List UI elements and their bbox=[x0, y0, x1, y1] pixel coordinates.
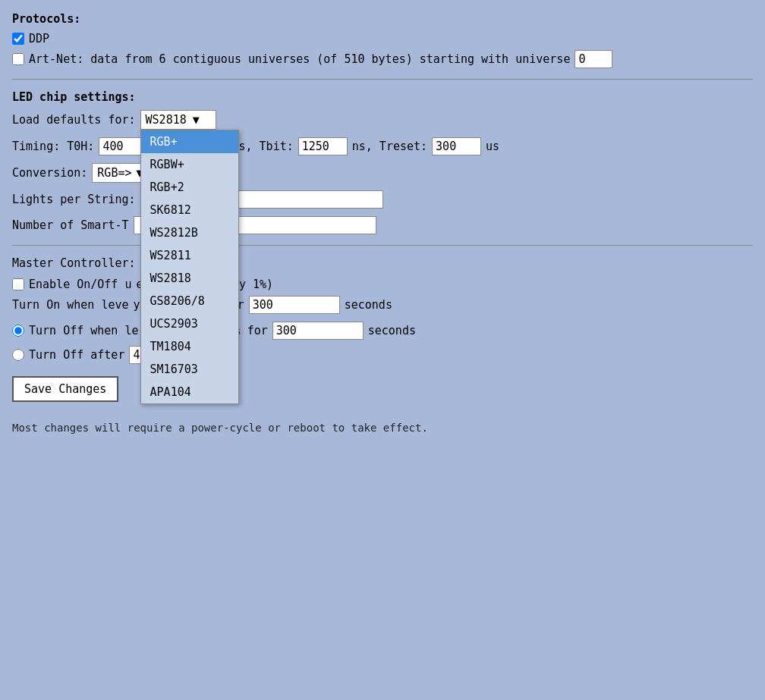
chip-option-ws2818[interactable]: WS2818 bbox=[141, 267, 238, 290]
timing-label: Timing: T0H: bbox=[12, 140, 94, 153]
load-defaults-dropdown-container: WS2818 ▼ RGB+ RGBW+ RGB+2 SK6812 WS2812B… bbox=[140, 110, 216, 130]
conversion-label: Conversion: bbox=[12, 166, 87, 180]
divider-2 bbox=[12, 245, 753, 246]
turn-off-after-radio[interactable] bbox=[12, 349, 24, 361]
turn-off-after-row: Turn Off after nutes bbox=[12, 346, 753, 364]
enable-onoff-label: Enable On/Off u bbox=[29, 278, 131, 291]
enable-onoff-row: Enable On/Off u ensor (currently 1%) bbox=[12, 278, 753, 291]
artnet-row: Art-Net: data from 6 contiguous universe… bbox=[12, 50, 753, 68]
master-controller-label: Master Controller: bbox=[12, 256, 136, 270]
load-defaults-label: Load defaults for: bbox=[12, 113, 136, 127]
chip-option-ws2811[interactable]: WS2811 bbox=[141, 244, 238, 267]
treset-unit: us bbox=[486, 140, 499, 153]
turn-off-radio[interactable] bbox=[12, 325, 24, 337]
turn-off-sec-input[interactable] bbox=[272, 322, 364, 340]
ddp-row: DDP bbox=[12, 32, 753, 46]
turn-on-sec-input[interactable] bbox=[249, 296, 340, 314]
turn-off-after-prefix: Turn Off after bbox=[29, 348, 124, 362]
divider-1 bbox=[12, 79, 753, 80]
turn-on-sec-label: seconds bbox=[345, 298, 392, 312]
chip-option-apa104[interactable]: APA104 bbox=[141, 381, 238, 403]
save-changes-button[interactable]: Save Changes bbox=[12, 376, 118, 402]
footer-note: Most changes will require a power-cycle … bbox=[12, 422, 753, 434]
num-smart-t-label: Number of Smart-T bbox=[12, 218, 129, 232]
treset-input[interactable] bbox=[432, 137, 481, 155]
turn-off-sec-label: seconds bbox=[368, 324, 416, 337]
chip-dropdown-menu: RGB+ RGBW+ RGB+2 SK6812 WS2812B WS2811 W… bbox=[140, 130, 239, 404]
artnet-label: Art-Net: data from 6 contiguous universe… bbox=[29, 52, 570, 66]
selected-chip-label: WS2818 bbox=[146, 113, 187, 127]
tbit-label: ns, Tbit: bbox=[231, 140, 293, 153]
turn-off-radio-row: Turn Off when le ove % for seconds bbox=[12, 322, 753, 340]
chip-option-ws2812b[interactable]: WS2812B bbox=[141, 221, 238, 244]
chip-option-rgb-plus[interactable]: RGB+ bbox=[141, 130, 238, 153]
num-smart-t-row: Number of Smart-T bbox=[12, 216, 753, 234]
turn-on-label: Turn On when leve bbox=[12, 298, 129, 312]
ddp-label: DDP bbox=[29, 32, 49, 46]
chip-option-ucs2903[interactable]: UCS2903 bbox=[141, 312, 238, 335]
led-chip-section: LED chip settings: Load defaults for: WS… bbox=[12, 90, 753, 234]
led-chip-label: LED chip settings: bbox=[12, 90, 753, 104]
universe-input[interactable] bbox=[575, 50, 612, 68]
conversion-selected: RGB=> bbox=[97, 166, 131, 180]
turn-off-label: Turn Off when le bbox=[29, 324, 139, 337]
protocols-label: Protocols: bbox=[12, 12, 753, 26]
chip-option-rgbw-plus[interactable]: RGBW+ bbox=[141, 153, 238, 176]
dropdown-arrow-icon: ▼ bbox=[193, 113, 200, 127]
ddp-checkbox[interactable] bbox=[12, 33, 24, 45]
load-defaults-row: Load defaults for: WS2818 ▼ RGB+ RGBW+ R… bbox=[12, 110, 753, 130]
enable-onoff-checkbox[interactable] bbox=[12, 278, 24, 290]
chip-option-tm1804[interactable]: TM1804 bbox=[141, 335, 238, 358]
load-defaults-select[interactable]: WS2818 ▼ bbox=[140, 110, 216, 130]
chip-option-sk6812[interactable]: SK6812 bbox=[141, 199, 238, 221]
lights-per-string-row: Lights per String: bbox=[12, 190, 753, 209]
tbit-input[interactable] bbox=[298, 137, 348, 155]
chip-option-rgb-plus2[interactable]: RGB+2 bbox=[141, 176, 238, 199]
protocols-section: Protocols: DDP Art-Net: data from 6 cont… bbox=[12, 12, 753, 68]
turn-on-row: Turn On when leve y % for seconds bbox=[12, 296, 753, 314]
artnet-checkbox[interactable] bbox=[12, 53, 24, 65]
master-controller-section: Master Controller: y Effect Enable On/Of… bbox=[12, 256, 753, 364]
conversion-row: Conversion: RGB=> ▼ bbox=[12, 163, 753, 183]
chip-option-sm16703[interactable]: SM16703 bbox=[141, 358, 238, 381]
master-controller-row: Master Controller: y Effect bbox=[12, 256, 753, 270]
chip-option-gs8206[interactable]: GS8206/8 bbox=[141, 290, 238, 312]
treset-label: ns, Treset: bbox=[352, 140, 427, 153]
turn-on-mid: y bbox=[134, 298, 140, 312]
timing-row: Timing: T0H: ns, ns, Tbit: ns, Treset: u… bbox=[12, 137, 753, 155]
lights-per-string-label: Lights per String: bbox=[12, 193, 136, 206]
